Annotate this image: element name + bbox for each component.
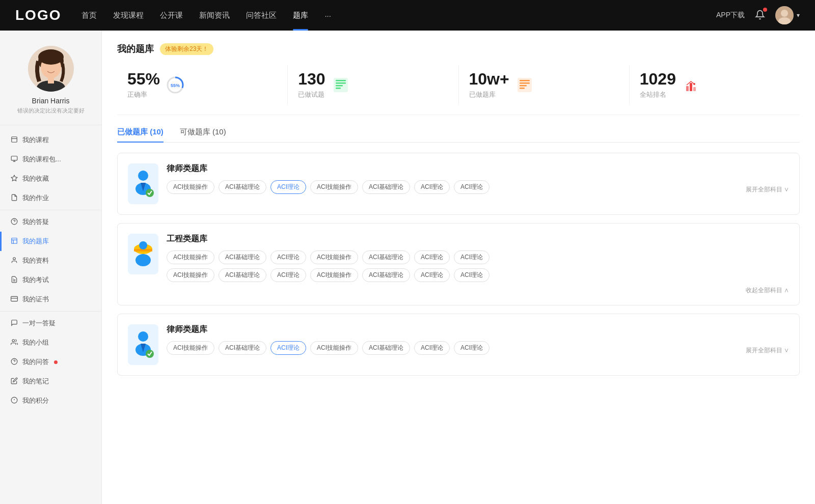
nav-discover[interactable]: 发现课程 xyxy=(113,11,144,20)
sidebar-item-notes[interactable]: 我的笔记 xyxy=(0,372,101,391)
svg-rect-9 xyxy=(12,136,17,142)
nav-home[interactable]: 首页 xyxy=(82,11,97,20)
sidebar-item-my-qa[interactable]: 我的问答 xyxy=(0,352,101,372)
expand-link-3[interactable]: 展开全部科目 ∨ xyxy=(746,346,789,355)
stat-done-questions: 130 已做试题 xyxy=(288,65,458,104)
svg-rect-17 xyxy=(12,238,17,243)
trial-badge: 体验剩余23天！ xyxy=(160,43,213,55)
tag[interactable]: ACI技能操作 xyxy=(310,268,358,282)
tag[interactable]: ACI技能操作 xyxy=(167,341,214,355)
package-icon xyxy=(10,155,18,164)
tag[interactable]: ACI技能操作 xyxy=(310,180,358,194)
user-motto: 错误的决定比没有决定要好 xyxy=(10,107,91,115)
tag[interactable]: ACI理论 xyxy=(414,268,450,282)
navbar: LOGO 首页 发现课程 公开课 新闻资讯 问答社区 题库 ··· APP下载 xyxy=(0,0,815,31)
stat-rank-value: 1029 xyxy=(640,70,676,88)
tag[interactable]: ACI技能操作 xyxy=(167,250,214,264)
tabs-row: 已做题库 (10) 可做题库 (10) xyxy=(117,127,800,143)
qbank-icon-lawyer-3 xyxy=(128,324,158,365)
collapse-link-2[interactable]: 收起全部科目 ∧ xyxy=(167,286,789,295)
svg-rect-37 xyxy=(336,85,343,87)
qa-icon xyxy=(10,218,18,227)
notification-bell[interactable] xyxy=(755,10,765,21)
sidebar-item-qa[interactable]: 我的答疑 xyxy=(0,212,101,232)
nav-more[interactable]: ··· xyxy=(324,11,331,20)
tag[interactable]: ACI基础理论 xyxy=(219,268,266,282)
tag[interactable]: ACI技能操作 xyxy=(167,180,214,194)
tag[interactable]: ACI理论 xyxy=(414,180,450,194)
sidebar-label: 我的笔记 xyxy=(22,377,49,386)
tag[interactable]: ACI技能操作 xyxy=(310,250,358,264)
logo[interactable]: LOGO xyxy=(15,7,61,23)
tag[interactable]: ACI理论 xyxy=(454,180,490,194)
my-qa-icon xyxy=(10,358,18,367)
divider-2 xyxy=(0,311,101,312)
sidebar-label: 我的资料 xyxy=(22,256,49,265)
sidebar-item-course-packages[interactable]: 我的课程包... xyxy=(0,150,101,169)
tag[interactable]: ACI理论 xyxy=(414,250,450,264)
sidebar-item-certificate[interactable]: 我的证书 xyxy=(0,290,101,309)
svg-rect-44 xyxy=(686,86,689,91)
tag[interactable]: ACI理论 xyxy=(270,250,306,264)
svg-rect-46 xyxy=(693,87,696,91)
tag[interactable]: ACI基础理论 xyxy=(362,341,410,355)
tag[interactable]: ACI理论 xyxy=(270,268,306,282)
tag[interactable]: ACI基础理论 xyxy=(362,250,410,264)
app-download-link[interactable]: APP下载 xyxy=(716,11,745,20)
sidebar-item-question-bank[interactable]: 我的题库 xyxy=(0,232,101,251)
nav-qa[interactable]: 问答社区 xyxy=(246,11,277,20)
sidebar-item-exam[interactable]: 我的考试 xyxy=(0,270,101,290)
course-icon xyxy=(10,136,18,145)
sidebar-item-favorites[interactable]: 我的收藏 xyxy=(0,169,101,188)
svg-rect-45 xyxy=(690,83,692,91)
nav-question-bank[interactable]: 题库 xyxy=(293,11,308,20)
sidebar-label: 我的小组 xyxy=(22,338,49,347)
sidebar-item-groups[interactable]: 我的小组 xyxy=(0,333,101,352)
sidebar-item-1on1[interactable]: 一对一答疑 xyxy=(0,314,101,333)
svg-rect-36 xyxy=(336,82,346,84)
tag[interactable]: ACI基础理论 xyxy=(219,250,266,264)
tag[interactable]: ACI基础理论 xyxy=(219,180,266,194)
tag[interactable]: ACI基础理论 xyxy=(219,341,266,355)
tag[interactable]: ACI理论 xyxy=(454,268,490,282)
svg-rect-38 xyxy=(336,88,341,89)
tab-available[interactable]: 可做题库 (10) xyxy=(180,127,226,142)
sidebar-menu: 我的课程 我的课程包... 我的收藏 我的作业 xyxy=(0,130,101,410)
qbank-header-1: 律师类题库 ACI技能操作 ACI基础理论 ACI理论 ACI技能操作 ACI基… xyxy=(128,163,789,204)
tag[interactable]: ACI基础理论 xyxy=(362,180,410,194)
sidebar-item-my-courses[interactable]: 我的课程 xyxy=(0,130,101,150)
qbank-title-3: 律师类题库 xyxy=(167,324,789,335)
qbank-content-3: 律师类题库 ACI技能操作 ACI基础理论 ACI理论 ACI技能操作 ACI基… xyxy=(167,324,789,355)
svg-rect-43 xyxy=(520,88,525,89)
user-avatar-nav[interactable]: ▾ xyxy=(775,6,800,24)
stat-accuracy-value: 55% xyxy=(127,70,160,88)
groups-icon xyxy=(10,339,18,347)
sidebar-item-profile[interactable]: 我的资料 xyxy=(0,251,101,270)
svg-point-48 xyxy=(138,171,148,181)
tag[interactable]: ACI技能操作 xyxy=(167,268,214,282)
done-banks-icon xyxy=(515,76,534,94)
sidebar-item-homework[interactable]: 我的作业 xyxy=(0,188,101,208)
svg-point-53 xyxy=(139,241,147,249)
sidebar-label: 我的收藏 xyxy=(22,174,49,183)
tag[interactable]: ACI基础理论 xyxy=(362,268,410,282)
divider xyxy=(0,210,101,210)
tag-active[interactable]: ACI理论 xyxy=(270,180,306,194)
svg-point-25 xyxy=(12,339,15,342)
tab-done[interactable]: 已做题库 (10) xyxy=(117,127,164,142)
nav-open-course[interactable]: 公开课 xyxy=(160,11,183,20)
svg-rect-11 xyxy=(11,156,17,160)
tag[interactable]: ACI理论 xyxy=(414,341,450,355)
homework-icon xyxy=(10,194,18,203)
rank-icon xyxy=(682,76,700,94)
avatar xyxy=(28,46,74,92)
expand-link-1[interactable]: 展开全部科目 ∨ xyxy=(746,185,789,194)
qbank-icon-lawyer-1 xyxy=(128,163,158,204)
stat-banks-info: 10w+ 已做题库 xyxy=(469,70,509,99)
sidebar-item-points[interactable]: 我的积分 xyxy=(0,391,101,410)
tag[interactable]: ACI理论 xyxy=(454,250,490,264)
nav-news[interactable]: 新闻资讯 xyxy=(199,11,230,20)
tag-active[interactable]: ACI理论 xyxy=(270,341,306,355)
tag[interactable]: ACI理论 xyxy=(454,341,490,355)
tag[interactable]: ACI技能操作 xyxy=(310,341,358,355)
